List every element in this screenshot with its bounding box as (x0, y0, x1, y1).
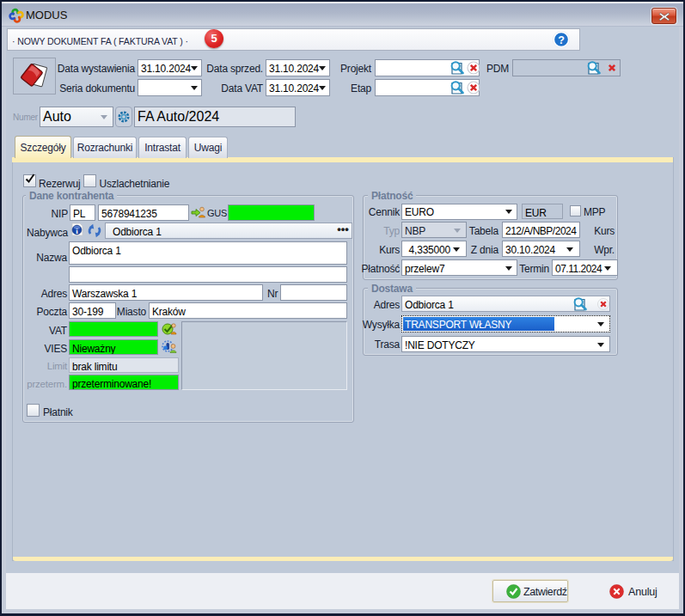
svg-text:?: ? (558, 34, 565, 46)
